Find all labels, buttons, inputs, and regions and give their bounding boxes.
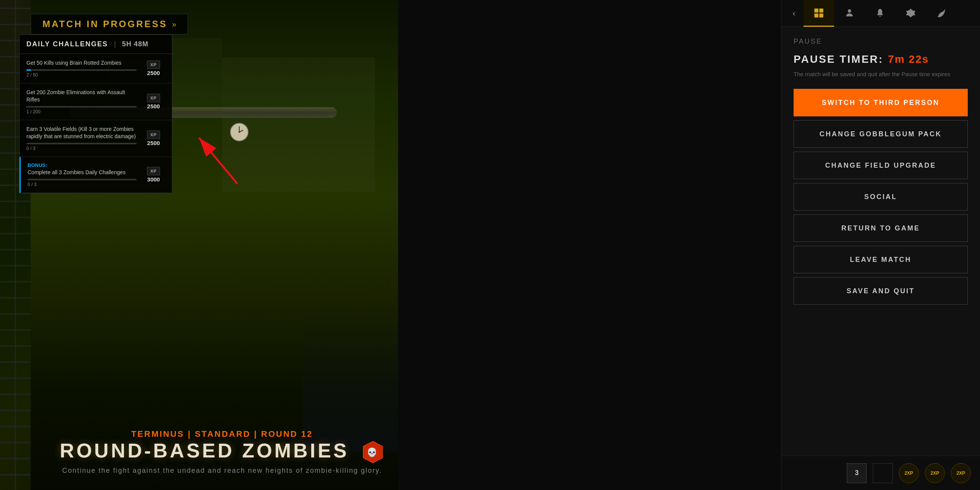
switch-to-third-person-button[interactable]: SWITCH TO THIRD PERSON xyxy=(794,89,968,116)
xp-value: 2500 xyxy=(147,140,160,146)
challenge-info: Get 200 Zombie Eliminations with Assault… xyxy=(26,89,137,114)
challenge-text: Get 200 Zombie Eliminations with Assault… xyxy=(26,89,137,104)
chevron-icons: » xyxy=(172,20,176,29)
pause-timer-desc: The match will be saved and quit after t… xyxy=(794,70,968,78)
pause-label: PAUSE xyxy=(794,38,968,46)
challenge-text: Earn 3 Volatile Fields (Kill 3 or more Z… xyxy=(26,126,137,140)
arrow-annotation xyxy=(176,122,253,191)
challenge-info: Earn 3 Volatile Fields (Kill 3 or more Z… xyxy=(26,126,137,151)
game-info-footer: TERMINUS | STANDARD | ROUND 12 ROUND-BAS… xyxy=(50,429,394,475)
pause-timer-label: PAUSE TIMER: xyxy=(794,53,884,65)
return-to-game-button[interactable]: RETURN TO GAME xyxy=(794,214,968,242)
leaf-icon xyxy=(936,8,946,18)
challenge-progress-bar xyxy=(28,179,137,180)
challenge-xp: XP 2500 xyxy=(142,60,165,76)
pause-timer-value: 7m 22s xyxy=(888,53,929,65)
challenge-count: 1 / 200 xyxy=(26,109,137,114)
pause-panel: ‹ xyxy=(781,0,980,490)
round-badge: 3 xyxy=(847,463,867,483)
challenge-item: Earn 3 Volatile Fields (Kill 3 or more Z… xyxy=(20,120,172,157)
nav-tab-grid[interactable] xyxy=(804,0,834,27)
person-icon xyxy=(844,8,854,18)
svg-rect-8 xyxy=(814,8,818,12)
grid-icon xyxy=(813,8,824,18)
nav-bar: ‹ xyxy=(781,0,980,27)
challenge-count: 0 / 3 xyxy=(26,146,137,151)
challenges-timer: 5H 48M xyxy=(122,40,149,48)
svg-rect-9 xyxy=(819,8,823,12)
svg-point-12 xyxy=(848,9,851,13)
social-button[interactable]: SOCIAL xyxy=(794,183,968,211)
challenge-progress-bar xyxy=(26,143,137,144)
svg-line-5 xyxy=(199,138,237,184)
match-banner: MATCH IN PROGRESS » xyxy=(31,14,188,34)
bell-icon xyxy=(875,8,885,18)
leave-match-button[interactable]: LEAVE MATCH xyxy=(794,246,968,273)
pause-timer-row: PAUSE TIMER: 7m 22s xyxy=(794,53,968,65)
nav-tab-bell[interactable] xyxy=(865,0,895,27)
empty-badge xyxy=(873,463,893,483)
challenge-xp: XP 2500 xyxy=(142,94,165,109)
game-mode-label: TERMINUS | STANDARD | ROUND 12 xyxy=(50,429,394,439)
challenges-divider: | xyxy=(114,40,116,48)
svg-rect-10 xyxy=(814,13,818,17)
challenge-text: Get 50 Kills using Brain Rotted Zombies xyxy=(26,59,137,67)
challenge-progress-bar xyxy=(26,106,137,108)
challenge-progress-bar xyxy=(26,69,137,71)
challenges-title: DAILY CHALLENGES xyxy=(26,40,108,48)
match-banner-text: MATCH IN PROGRESS xyxy=(42,19,167,29)
challenge-info: Get 50 Kills using Brain Rotted Zombies … xyxy=(26,59,137,78)
xp-token-3: 2XP xyxy=(951,463,971,483)
game-mode-title: ROUND-BASED ZOMBIES 💀 xyxy=(50,439,394,464)
game-mode-subtitle: Continue the fight against the undead an… xyxy=(50,467,394,475)
pause-content: PAUSE PAUSE TIMER: 7m 22s The match will… xyxy=(781,27,980,456)
challenge-xp: XP 3000 xyxy=(142,167,165,183)
nav-collapse-button[interactable]: ‹ xyxy=(784,0,804,27)
xp-value: 3000 xyxy=(147,176,160,183)
nav-tab-leaf[interactable] xyxy=(926,0,957,27)
challenge-text: Complete all 3 Zombies Daily Challenges xyxy=(28,169,137,176)
nav-tab-gear[interactable] xyxy=(895,0,926,27)
xp-value: 2500 xyxy=(147,103,160,109)
skull-icon: 💀 xyxy=(361,441,384,464)
svg-text:💀: 💀 xyxy=(366,447,379,457)
xp-badge: XP xyxy=(147,94,160,102)
change-gobblegum-pack-button[interactable]: CHANGE GOBBLEGUM PACK xyxy=(794,120,968,148)
nav-tab-person[interactable] xyxy=(834,0,865,27)
challenge-count: 2 / 50 xyxy=(26,72,137,78)
xp-badge: XP xyxy=(147,60,160,69)
challenge-progress-fill xyxy=(26,69,31,71)
xp-value: 2500 xyxy=(147,70,160,76)
xp-token-1: 2XP xyxy=(899,463,919,483)
bonus-label: Bonus: xyxy=(28,162,137,168)
challenge-item: Get 50 Kills using Brain Rotted Zombies … xyxy=(20,54,172,83)
challenge-info: Bonus: Complete all 3 Zombies Daily Chal… xyxy=(28,162,137,187)
save-and-quit-button[interactable]: SAVE AND QUIT xyxy=(794,277,968,305)
challenge-item: Get 200 Zombie Eliminations with Assault… xyxy=(20,83,172,120)
challenges-header: DAILY CHALLENGES | 5H 48M xyxy=(20,35,172,54)
challenge-count: 0 / 3 xyxy=(28,182,137,187)
nav-tabs xyxy=(804,0,977,26)
status-bar: 3 2XP 2XP 2XP xyxy=(781,456,980,490)
svg-rect-11 xyxy=(819,13,823,17)
xp-token-2: 2XP xyxy=(925,463,945,483)
gear-icon xyxy=(906,8,916,18)
challenge-progress-fill xyxy=(26,106,27,108)
challenge-xp: XP 2500 xyxy=(142,131,165,146)
bonus-challenge-item: Bonus: Complete all 3 Zombies Daily Chal… xyxy=(20,157,172,193)
xp-badge: XP xyxy=(147,131,160,139)
change-field-upgrade-button[interactable]: CHANGE FIELD UPGRADE xyxy=(794,152,968,179)
challenges-panel: DAILY CHALLENGES | 5H 48M Get 50 Kills u… xyxy=(19,34,172,193)
xp-badge: XP xyxy=(147,167,160,175)
